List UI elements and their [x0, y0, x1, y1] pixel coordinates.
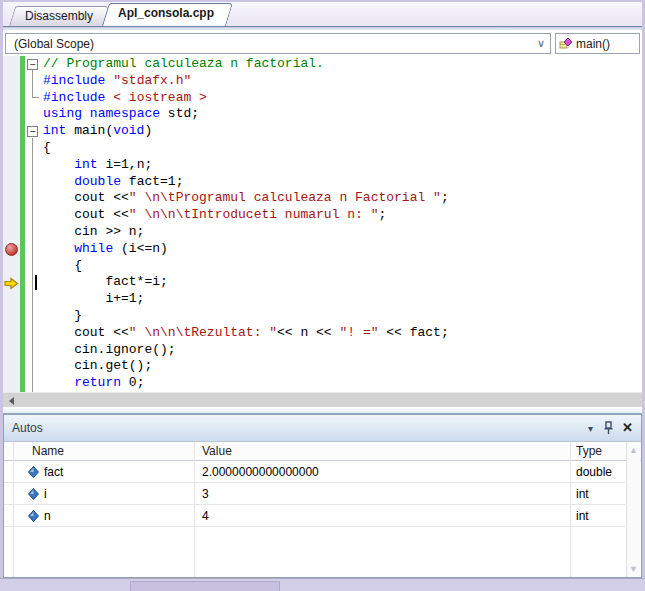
code-line[interactable]: while (i<=n) — [43, 241, 642, 258]
field-diamond-icon — [28, 510, 39, 522]
scroll-up-icon[interactable]: ▲ — [627, 445, 640, 455]
fold-toggle[interactable]: − — [27, 59, 38, 70]
code-line[interactable]: cin >> n; — [43, 224, 642, 241]
field-diamond-icon — [28, 466, 39, 478]
column-header-type[interactable]: Type — [576, 444, 602, 458]
code-editor[interactable]: // Programul calculeaza n factorial.#inc… — [3, 56, 642, 392]
code-token: double — [74, 174, 121, 189]
scope-dropdown[interactable]: (Global Scope) ∨ — [5, 33, 551, 54]
autos-title: Autos — [12, 421, 43, 435]
code-line[interactable]: } — [43, 308, 642, 325]
code-token: i=1,n; — [98, 157, 153, 172]
editor-navigation-bar: (Global Scope) ∨ main() — [3, 28, 642, 56]
autos-rows: fact2.0000000000000000doublei3intn4int — [4, 461, 625, 527]
code-token: { — [43, 258, 82, 273]
column-header-name[interactable]: Name — [32, 444, 64, 458]
code-line[interactable]: cout <<" \n\n\tIntroduceti numarul n: "; — [43, 207, 642, 224]
variable-value[interactable]: 2.0000000000000000 — [202, 465, 319, 479]
code-line[interactable]: i+=1; — [43, 291, 642, 308]
code-token: < iostream > — [113, 90, 207, 105]
code-token: cin.get(); — [43, 358, 152, 373]
code-token — [43, 241, 74, 256]
variable-name: n — [44, 509, 51, 523]
code-line[interactable]: cout <<" \n\n\tRezultat: "<< n << "! =" … — [43, 325, 642, 342]
code-token: return — [74, 375, 121, 390]
scroll-left-arrow[interactable] — [3, 393, 19, 408]
triangle-left-icon — [9, 397, 14, 405]
autos-panel: Autos ▾ ✕ Name Value Type fact2.00000000… — [3, 414, 642, 578]
variable-type: double — [576, 465, 612, 479]
code-token: ; — [441, 190, 449, 205]
code-line[interactable]: fact*=i; — [43, 274, 642, 291]
tab-label: Apl_consola.cpp — [102, 3, 226, 20]
close-icon[interactable]: ✕ — [619, 420, 636, 437]
panel-splitter[interactable] — [3, 407, 642, 414]
code-token: " \n\n\tRezultat: " — [129, 325, 277, 340]
code-line[interactable]: cin.get(); — [43, 358, 642, 375]
autos-title-bar[interactable]: Autos ▾ ✕ — [4, 415, 641, 442]
variable-name: i — [44, 487, 47, 501]
variable-value[interactable]: 4 — [202, 509, 209, 523]
horizontal-scrollbar[interactable] — [3, 392, 642, 407]
code-line[interactable]: #include < iostream > — [43, 90, 642, 107]
breakpoint-indicator[interactable] — [5, 243, 18, 256]
code-token — [43, 174, 74, 189]
code-token: using — [43, 106, 82, 121]
autos-row[interactable]: n4int — [4, 505, 625, 527]
autos-row[interactable]: fact2.0000000000000000double — [4, 461, 625, 483]
code-line[interactable]: #include "stdafx.h" — [43, 73, 642, 90]
member-dropdown[interactable]: main() — [555, 33, 640, 54]
code-token: " \n\tProgramul calculeaza n Factorial " — [129, 190, 441, 205]
code-token: cout << — [43, 190, 129, 205]
code-token: fact=1; — [121, 174, 183, 189]
code-token: (i<=n) — [113, 241, 168, 256]
code-line[interactable]: int main(void) — [43, 123, 642, 140]
code-line[interactable]: { — [43, 258, 642, 275]
code-line[interactable]: double fact=1; — [43, 174, 642, 191]
code-token: << fact; — [379, 325, 449, 340]
autos-table-header[interactable]: Name Value Type — [4, 442, 641, 461]
code-line[interactable]: // Programul calculeaza n factorial. — [43, 56, 642, 73]
text-cursor — [35, 275, 37, 290]
chevron-down-icon[interactable]: ∨ — [537, 37, 545, 50]
pin-icon[interactable] — [600, 420, 617, 437]
code-token: "! =" — [339, 325, 378, 340]
bottom-frame-strip — [0, 578, 645, 591]
autos-row[interactable]: i3int — [4, 483, 625, 505]
scope-dropdown-value: (Global Scope) — [14, 37, 94, 51]
code-token: fact*=i; — [43, 274, 168, 289]
code-token: main( — [66, 123, 113, 138]
code-line[interactable]: using namespace std; — [43, 106, 642, 123]
code-token: int — [74, 157, 97, 172]
breakpoint-margin[interactable] — [3, 56, 20, 392]
fold-toggle[interactable]: − — [27, 126, 38, 137]
code-token: cin.ignore(); — [43, 342, 176, 357]
code-line[interactable]: int i=1,n; — [43, 157, 642, 174]
current-statement-arrow-icon — [4, 276, 19, 289]
code-lines: // Programul calculeaza n factorial.#inc… — [43, 56, 642, 392]
code-line[interactable]: return 0; — [43, 375, 642, 392]
method-icon — [559, 37, 573, 50]
code-token: #include — [43, 90, 105, 105]
code-line[interactable]: { — [43, 140, 642, 157]
tab-apl-consola-cpp[interactable]: Apl_consola.cpp — [102, 3, 226, 26]
fold-region-end — [32, 97, 39, 98]
code-token — [43, 375, 74, 390]
outlining-margin — [25, 56, 43, 392]
code-line[interactable]: cin.ignore(); — [43, 342, 642, 359]
variable-type: int — [576, 509, 589, 523]
vertical-scrollbar[interactable]: ▲ ▼ — [626, 443, 640, 576]
code-token: 0; — [121, 375, 144, 390]
column-header-value[interactable]: Value — [202, 444, 232, 458]
field-diamond-icon — [28, 488, 39, 500]
code-token: } — [43, 308, 82, 323]
code-token: std; — [160, 106, 199, 121]
code-line[interactable]: cout <<" \n\tProgramul calculeaza n Fact… — [43, 190, 642, 207]
window-position-menu-icon[interactable]: ▾ — [582, 420, 599, 437]
scroll-down-icon[interactable]: ▼ — [627, 564, 640, 574]
variable-value[interactable]: 3 — [202, 487, 209, 501]
member-dropdown-value: main() — [576, 37, 610, 51]
tab-disassembly[interactable]: Disassembly — [9, 6, 103, 26]
code-token: " \n\n\tIntroduceti numarul n: " — [129, 207, 379, 222]
code-token: cout << — [43, 325, 129, 340]
